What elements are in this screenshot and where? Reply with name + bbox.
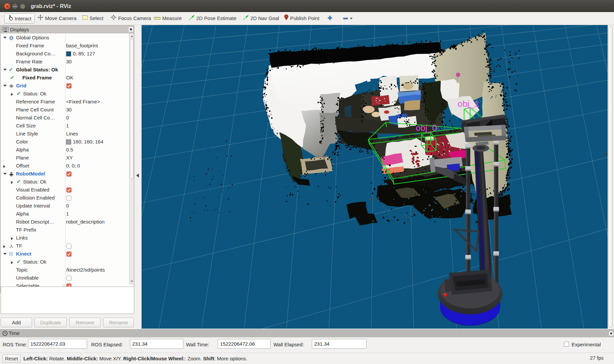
svg-text:obj_1: obj_1 xyxy=(458,99,479,109)
svg-text:obj_0: obj_0 xyxy=(416,123,437,133)
